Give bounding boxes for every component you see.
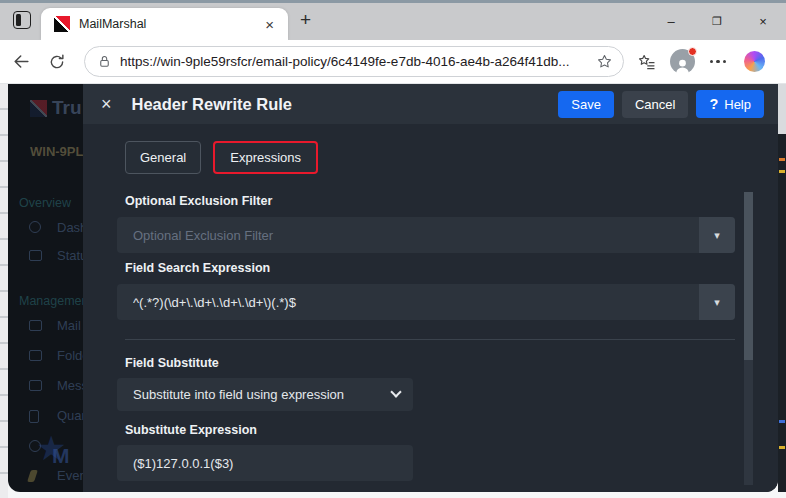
- url-text[interactable]: https://win-9ple59rsfcr/email-policy/6c4…: [120, 54, 596, 69]
- minimize-button[interactable]: –: [648, 3, 694, 40]
- trustwave-logo-icon: [30, 100, 47, 117]
- tab-general[interactable]: General: [125, 141, 201, 174]
- browser-titlebar: MailMarshal × + – ❐ ×: [0, 3, 786, 40]
- cancel-button[interactable]: Cancel: [622, 91, 688, 118]
- tab-manager-icon[interactable]: [13, 11, 31, 29]
- field-substitute-select[interactable]: Substitute into field using expression: [117, 378, 413, 411]
- search-expression-label: Field Search Expression: [125, 261, 270, 275]
- tab-close-icon[interactable]: ×: [259, 14, 280, 35]
- dashboard-icon: [29, 221, 41, 233]
- page-area: Tru WIN-9PLE Overview Dashb Status Manag…: [0, 84, 786, 498]
- mailmarshal-favicon: [54, 16, 70, 32]
- back-icon: [12, 52, 31, 71]
- caret-down-icon: ▾: [714, 296, 720, 309]
- favorites-hub-icon: [637, 52, 656, 71]
- back-button[interactable]: [6, 47, 36, 77]
- exclusion-filter-input[interactable]: [117, 217, 693, 253]
- messages-icon: [29, 380, 42, 391]
- ellipsis-icon: [710, 60, 727, 64]
- scroll-marker: [779, 420, 785, 423]
- mailmarshal-app-background: Tru WIN-9PLE Overview Dashb Status Manag…: [8, 84, 778, 492]
- scroll-marker: [779, 446, 785, 449]
- sidebar-section-overview: Overview: [19, 196, 71, 210]
- substitute-expression-label: Substitute Expression: [125, 423, 257, 437]
- brand-text: Tru: [52, 97, 82, 119]
- page-right-edge-top: [778, 84, 786, 134]
- lock-icon: [97, 54, 112, 69]
- avatar: [670, 49, 695, 74]
- exclusion-filter-label: Optional Exclusion Filter: [125, 194, 272, 208]
- favorites-hub-button[interactable]: [632, 48, 660, 76]
- sidebar-section-management: Management: [19, 294, 92, 308]
- events-bolt-icon: [27, 470, 38, 482]
- refresh-button[interactable]: [42, 47, 72, 77]
- exclusion-filter-combo: ▾: [117, 217, 735, 253]
- window-close-button[interactable]: ×: [740, 3, 786, 40]
- section-divider: [125, 339, 735, 340]
- status-chart-icon: [29, 250, 42, 261]
- search-expression-input[interactable]: [117, 284, 693, 320]
- bookmark-star-icon[interactable]: [596, 53, 613, 70]
- dialog-scrollbar-track[interactable]: [744, 192, 753, 485]
- maximize-button[interactable]: ❐: [694, 3, 740, 40]
- window-controls: – ❐ ×: [648, 3, 786, 40]
- chevron-down-icon: [390, 386, 401, 397]
- mailmarshal-watermark-letter: M: [52, 444, 70, 468]
- quarantine-doc-icon: [29, 410, 39, 423]
- tab-title: MailMarshal: [79, 17, 259, 31]
- search-expression-dropdown-button[interactable]: ▾: [699, 284, 735, 320]
- browser-toolbar: https://win-9ple59rsfcr/email-policy/6c4…: [0, 40, 786, 84]
- new-tab-button[interactable]: +: [288, 3, 323, 40]
- save-button[interactable]: Save: [558, 91, 614, 118]
- substitute-expression-input[interactable]: [117, 445, 413, 481]
- help-label: Help: [724, 97, 751, 112]
- address-bar[interactable]: https://win-9ple59rsfcr/email-policy/6c4…: [84, 46, 624, 77]
- browser-tab-mailmarshal[interactable]: MailMarshal ×: [41, 8, 288, 40]
- copilot-icon: [744, 51, 765, 72]
- page-right-edge: [778, 84, 786, 492]
- dialog-header: × Header Rewrite Rule Save Cancel ?Help: [83, 84, 778, 124]
- scroll-marker: [779, 170, 785, 173]
- page-left-edge: [0, 84, 8, 498]
- header-rewrite-rule-dialog: × Header Rewrite Rule Save Cancel ?Help …: [83, 84, 778, 492]
- tab-expressions[interactable]: Expressions: [213, 141, 318, 174]
- scroll-marker: [779, 158, 785, 161]
- settings-more-button[interactable]: [704, 48, 732, 76]
- notification-dot: [688, 47, 697, 56]
- mail-servers-icon: [29, 320, 42, 331]
- search-expression-combo: ▾: [117, 284, 735, 320]
- dialog-title: Header Rewrite Rule: [132, 95, 551, 114]
- profile-button[interactable]: [668, 48, 696, 76]
- folders-icon: [29, 350, 42, 361]
- dialog-tabs: General Expressions: [125, 141, 318, 174]
- person-icon: [673, 57, 692, 74]
- exclusion-filter-dropdown-button[interactable]: ▾: [699, 217, 735, 253]
- dialog-close-icon[interactable]: ×: [97, 95, 116, 113]
- copilot-button[interactable]: [740, 48, 768, 76]
- field-substitute-value: Substitute into field using expression: [133, 387, 344, 402]
- refresh-icon: [48, 53, 66, 71]
- field-substitute-label: Field Substitute: [125, 356, 219, 370]
- help-question-icon: ?: [709, 96, 718, 112]
- dialog-scrollbar-thumb[interactable]: [744, 192, 753, 360]
- help-button[interactable]: ?Help: [696, 90, 764, 118]
- caret-down-icon: ▾: [714, 229, 720, 242]
